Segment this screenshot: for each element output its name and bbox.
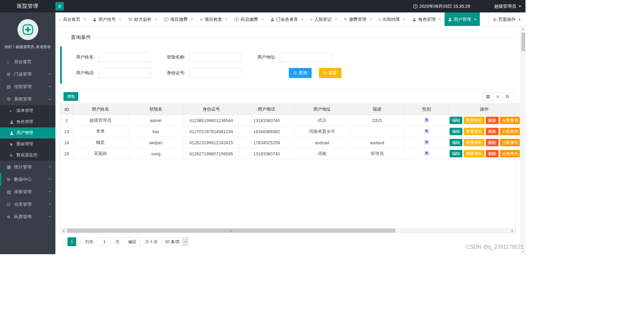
sidebar-item-data-center[interactable]: ≣ 数据中心 ▼ xyxy=(0,173,55,186)
close-icon[interactable]: × xyxy=(83,17,86,22)
user-dropdown[interactable]: 超级管理员 ▼ xyxy=(494,3,521,9)
user-icon xyxy=(10,131,16,135)
sidebar-item-scheduling[interactable]: ▧ 排班管理 ▼ xyxy=(0,186,55,198)
export-button[interactable] xyxy=(493,92,503,101)
sidebar-item-outpatient[interactable]: ⊞ 门诊管理 ▼ xyxy=(0,68,55,80)
next-page-arrow[interactable]: › xyxy=(78,239,84,245)
sidebar-item-icon-mgmt[interactable]: ▣ 图标管理 xyxy=(0,139,55,150)
page-operations-dropdown[interactable]: ◎ 页面操作 ▼ xyxy=(488,12,525,26)
sidebar-item-inpatient[interactable]: ▤ 住院管理 ▼ xyxy=(0,80,55,93)
cell-id: 24 xyxy=(61,137,73,148)
tab-item-inspection[interactable]: ∞ 项目检查 × xyxy=(197,12,231,26)
goto-page-input[interactable] xyxy=(98,237,111,246)
scrollbar-track[interactable] xyxy=(66,228,510,233)
add-user-button[interactable]: 增加 xyxy=(63,92,78,101)
user-address-input[interactable] xyxy=(280,52,332,62)
current-page-button[interactable]: 1 xyxy=(67,237,76,246)
scrollbar-thumb[interactable] xyxy=(67,229,395,233)
assign-role-button[interactable]: 分配角色 xyxy=(500,128,520,135)
reset-password-button[interactable]: 重置密码 xyxy=(464,139,485,146)
cell-address: 河南 xyxy=(294,148,350,159)
tab-discharge-settle[interactable]: « 出院结算 × xyxy=(375,12,409,26)
database-icon: ≣ xyxy=(7,177,14,182)
reset-password-button[interactable]: 重置密码 xyxy=(464,128,485,135)
close-icon[interactable]: × xyxy=(225,17,228,22)
close-icon[interactable]: × xyxy=(439,17,441,22)
scroll-up-arrow[interactable]: ▲ xyxy=(521,26,525,31)
tab-backend-home[interactable]: ⌂ 后台首页 × xyxy=(55,12,89,26)
edit-button[interactable]: 编辑 xyxy=(450,117,462,124)
tab-prescription-pricing[interactable]: 处方划价 × xyxy=(125,12,160,26)
sidebar-item-pharmacy[interactable]: ⊕ 药房管理 ▼ xyxy=(0,210,55,223)
tab-role-mgmt[interactable]: 角色管理 × xyxy=(409,12,445,26)
tab-user-mgmt[interactable]: 用户管理 × xyxy=(445,12,480,26)
assign-role-button[interactable]: 分配角色 xyxy=(500,150,520,157)
close-icon[interactable]: × xyxy=(335,17,337,22)
sidebar-item-system[interactable]: ⚙ 系统管理 ▲ xyxy=(0,93,55,105)
sidebar-item-user-mgmt[interactable]: 用户管理 xyxy=(0,127,55,139)
vertical-scrollbar[interactable]: ▲ ▼ xyxy=(520,26,525,254)
scroll-left-arrow[interactable]: ◄ xyxy=(60,228,66,233)
field-label: 用户地址: xyxy=(253,54,276,60)
sidebar-item-role-mgmt[interactable]: 角色管理 xyxy=(0,116,55,127)
delete-button[interactable]: 删除 xyxy=(486,128,499,135)
field-label: 用户电话: xyxy=(72,70,95,76)
reset-password-button[interactable]: 重置密码 xyxy=(464,150,485,157)
home-icon: ⌂ xyxy=(7,59,14,64)
tab-label: 后台首页 xyxy=(63,16,80,23)
assign-role-button[interactable]: 分配角色 xyxy=(500,117,520,124)
columns-toggle-button[interactable] xyxy=(483,92,493,101)
cell-name: 李奥 xyxy=(73,126,128,137)
assign-role-button[interactable]: 分配角色 xyxy=(500,139,520,146)
tab-user-register[interactable]: 用户挂号 × xyxy=(89,12,125,26)
tab-payment-mgmt[interactable]: ✎ 缴费管理 × xyxy=(340,12,375,26)
user-phone-input[interactable] xyxy=(98,68,150,78)
hamburger-menu-button[interactable]: ≡ xyxy=(55,2,64,10)
delete-button[interactable]: 删除 xyxy=(486,139,499,146)
close-icon[interactable]: × xyxy=(119,17,122,22)
delete-button[interactable]: 删除 xyxy=(486,117,499,124)
tab-drug-payment[interactable]: ¥ 药品缴费 × xyxy=(231,12,267,26)
datetime-display: 2020年09月03日 15:35:29 xyxy=(413,3,470,9)
goto-confirm-button[interactable]: 确定 xyxy=(125,237,140,246)
delete-button[interactable]: 删除 xyxy=(486,150,499,157)
horizontal-scrollbar[interactable]: ◄ ► xyxy=(60,228,515,233)
scroll-right-arrow[interactable]: ► xyxy=(510,228,515,233)
search-button[interactable]: 查询 xyxy=(289,68,312,78)
yen-icon: ¥ xyxy=(234,17,239,22)
table-toolbar: 增加 xyxy=(60,89,515,104)
user-name-input[interactable] xyxy=(98,52,150,62)
edit-button[interactable]: 编辑 xyxy=(450,150,462,157)
tab-admission-register[interactable]: » 入院登记 × xyxy=(307,12,340,26)
close-icon[interactable]: × xyxy=(301,17,304,22)
prev-page-arrow[interactable]: ‹ xyxy=(60,239,66,245)
page-size-select[interactable]: 10 条/页 ▼ xyxy=(162,237,188,246)
tab-outpatient-patients[interactable]: 门诊患者库 × xyxy=(267,12,307,26)
sidebar-item-backend-home[interactable]: ⌂ 后台首页 xyxy=(0,55,55,68)
close-icon[interactable]: × xyxy=(474,17,477,22)
cell-id: 1 xyxy=(61,115,73,126)
sidebar-item-menu-mgmt[interactable]: ● 菜单管理 xyxy=(0,105,55,116)
user-icon xyxy=(448,17,452,22)
reset-button[interactable]: ↻ 重置 xyxy=(319,68,341,78)
close-icon[interactable]: × xyxy=(154,17,157,22)
tab-label: 用户管理 xyxy=(454,16,471,23)
close-icon[interactable]: × xyxy=(403,17,406,22)
sidebar-item-statistics[interactable]: ▦ 统计管理 ▼ xyxy=(0,161,55,173)
login-name-input[interactable] xyxy=(189,52,241,62)
scrollbar-thumb[interactable] xyxy=(521,33,525,51)
edit-button[interactable]: 编辑 xyxy=(450,139,462,146)
sidebar-item-datasource-monitor[interactable]: ▥ 数据源监控 xyxy=(0,150,55,161)
reset-password-button[interactable]: 重置密码 xyxy=(464,117,485,124)
close-icon[interactable]: × xyxy=(261,17,264,22)
close-icon[interactable]: × xyxy=(369,17,372,22)
id-card-input[interactable] xyxy=(189,68,241,78)
tab-item-payment[interactable]: ¥ 项目缴费 × xyxy=(160,12,197,26)
sidebar-item-warehouse[interactable]: ⊡ 仓库管理 ▼ xyxy=(0,198,55,210)
welcome-text: 你好！超级管理员, 欢迎登录 xyxy=(0,44,55,49)
edit-button[interactable]: 编辑 xyxy=(450,128,462,135)
close-icon[interactable]: × xyxy=(191,17,193,22)
tab-label: 药品缴费 xyxy=(241,16,258,23)
divider xyxy=(94,37,516,38)
print-button[interactable] xyxy=(502,92,512,101)
